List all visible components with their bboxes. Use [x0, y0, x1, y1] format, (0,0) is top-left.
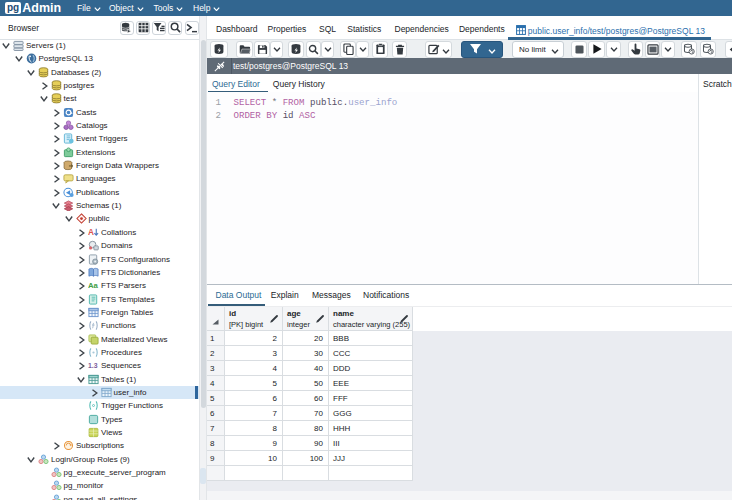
- svg-text:A: A: [88, 228, 94, 237]
- svg-text:Aa: Aa: [88, 281, 99, 290]
- svg-text:1.3: 1.3: [88, 363, 98, 370]
